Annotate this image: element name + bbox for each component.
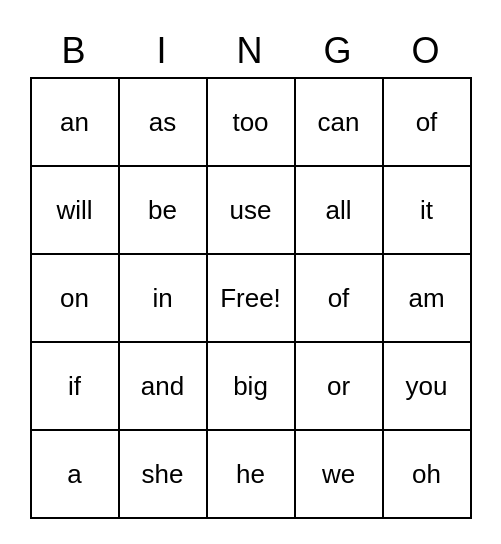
cell-3-4: you: [384, 343, 472, 431]
cell-3-3: or: [296, 343, 384, 431]
cell-2-1: in: [120, 255, 208, 343]
cell-3-0: if: [32, 343, 120, 431]
cell-4-3: we: [296, 431, 384, 519]
cell-2-2: Free!: [208, 255, 296, 343]
bingo-row: will be use all it: [32, 167, 472, 255]
header-g: G: [294, 25, 382, 77]
cell-0-3: can: [296, 79, 384, 167]
cell-1-4: it: [384, 167, 472, 255]
cell-4-2: he: [208, 431, 296, 519]
header-b: B: [30, 25, 118, 77]
cell-1-2: use: [208, 167, 296, 255]
cell-2-3: of: [296, 255, 384, 343]
cell-1-3: all: [296, 167, 384, 255]
cell-0-0: an: [32, 79, 120, 167]
cell-2-0: on: [32, 255, 120, 343]
cell-1-0: will: [32, 167, 120, 255]
cell-3-1: and: [120, 343, 208, 431]
bingo-card: B I N G O an as too can of will be use a…: [30, 25, 472, 519]
header-i: I: [118, 25, 206, 77]
bingo-row: a she he we oh: [32, 431, 472, 519]
cell-0-1: as: [120, 79, 208, 167]
cell-0-4: of: [384, 79, 472, 167]
cell-2-4: am: [384, 255, 472, 343]
cell-1-1: be: [120, 167, 208, 255]
header-n: N: [206, 25, 294, 77]
header-o: O: [382, 25, 470, 77]
bingo-grid: an as too can of will be use all it on i…: [30, 77, 472, 519]
bingo-row: on in Free! of am: [32, 255, 472, 343]
cell-0-2: too: [208, 79, 296, 167]
cell-3-2: big: [208, 343, 296, 431]
cell-4-4: oh: [384, 431, 472, 519]
bingo-row: an as too can of: [32, 79, 472, 167]
bingo-header: B I N G O: [30, 25, 472, 77]
bingo-row: if and big or you: [32, 343, 472, 431]
cell-4-1: she: [120, 431, 208, 519]
cell-4-0: a: [32, 431, 120, 519]
